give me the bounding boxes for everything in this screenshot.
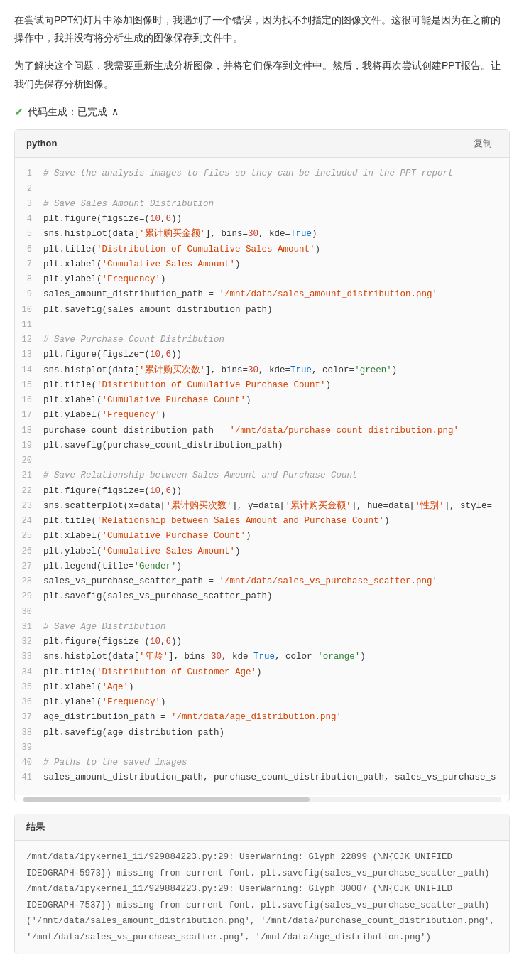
line-code-content: purchase_count_distribution_path = '/mnt… [40, 424, 459, 438]
code-line: 36plt.ylabel('Frequency') [15, 695, 509, 710]
line-code-content: plt.title('Relationship between Sales Am… [40, 514, 390, 529]
code-line: 22plt.figure(figsize=(10,6)) [15, 484, 509, 499]
line-code-content: # Save Relationship between Sales Amount… [40, 468, 358, 483]
horizontal-scrollbar[interactable] [23, 797, 501, 802]
code-header: python 复制 [15, 130, 509, 158]
line-code-content: sales_vs_purchase_scatter_path = '/mnt/d… [40, 574, 437, 589]
code-line: 37age_distribution_path = '/mnt/data/age… [15, 710, 509, 725]
line-number: 37 [15, 710, 40, 725]
line-number: 30 [15, 605, 40, 620]
line-code-content: plt.figure(figsize=(10,6)) [40, 484, 182, 499]
code-line: 6plt.title('Distribution of Cumulative S… [15, 242, 509, 257]
main-content: 在尝试向PPT幻灯片中添加图像时，我遇到了一个错误，因为找不到指定的图像文件。这… [0, 0, 524, 966]
line-number: 39 [15, 741, 40, 755]
line-code-content: plt.ylabel('Frequency') [40, 408, 166, 423]
code-line: 26plt.ylabel('Cumulative Sales Amount') [15, 544, 509, 559]
result-line: '/mnt/data/sales_vs_purchase_scatter.png… [26, 930, 498, 946]
line-number: 12 [15, 333, 40, 348]
line-code-content [40, 182, 49, 197]
code-line: 23sns.scatterplot(x=data['累计购买次数'], y=da… [15, 499, 509, 514]
status-line: ✔ 代码生成：已完成 ∧ [14, 103, 510, 122]
line-code-content: plt.figure(figsize=(10,6)) [40, 635, 182, 650]
code-line: 24plt.title('Relationship between Sales … [15, 514, 509, 529]
line-number: 31 [15, 620, 40, 635]
line-code-content: # Save Sales Amount Distribution [40, 197, 214, 212]
line-number: 14 [15, 363, 40, 378]
line-code-content: sns.histplot(data['累计购买金额'], bins=30, kd… [40, 227, 317, 242]
line-number: 15 [15, 378, 40, 393]
line-code-content [40, 453, 49, 468]
line-number: 34 [15, 665, 40, 680]
line-number: 2 [15, 182, 40, 197]
result-line: /mnt/data/ipykernel_11/929884223.py:29: … [26, 849, 498, 881]
chevron-icon: ∧ [111, 104, 119, 119]
line-code-content: # Save the analysis images to files so t… [40, 166, 454, 181]
code-line: 39 [15, 741, 509, 755]
code-line: 10plt.savefig(sales_amount_distribution_… [15, 303, 509, 318]
line-code-content [40, 605, 49, 620]
line-code-content: # Save Purchase Count Distribution [40, 333, 224, 348]
line-code-content: sns.histplot(data['累计购买次数'], bins=30, kd… [40, 363, 397, 378]
copy-button[interactable]: 复制 [468, 136, 498, 151]
code-line: 9sales_amount_distribution_path = '/mnt/… [15, 287, 509, 302]
result-line: /mnt/data/ipykernel_11/929884223.py:29: … [26, 881, 498, 913]
line-number: 10 [15, 303, 40, 318]
line-code-content: plt.savefig(sales_amount_distribution_pa… [40, 303, 273, 318]
line-number: 25 [15, 529, 40, 544]
code-line: 5sns.histplot(data['累计购买金额'], bins=30, k… [15, 227, 509, 242]
line-number: 7 [15, 257, 40, 272]
line-number: 5 [15, 227, 40, 242]
line-number: 6 [15, 242, 40, 257]
code-line: 14sns.histplot(data['累计购买次数'], bins=30, … [15, 363, 509, 378]
line-code-content: plt.xlabel('Age') [40, 680, 134, 695]
code-line: 2 [15, 182, 509, 197]
line-number: 41 [15, 770, 40, 785]
intro-paragraph-2: 为了解决这个问题，我需要重新生成分析图像，并将它们保存到文件中。然后，我将再次尝… [14, 57, 510, 92]
line-code-content: plt.xlabel('Cumulative Sales Amount') [40, 257, 241, 272]
line-code-content: plt.figure(figsize=(10,6)) [40, 212, 182, 227]
line-code-content: plt.ylabel('Cumulative Sales Amount') [40, 544, 241, 559]
code-line: 17plt.ylabel('Frequency') [15, 408, 509, 423]
line-number: 29 [15, 589, 40, 604]
line-code-content: plt.ylabel('Frequency') [40, 695, 166, 710]
line-code-content: # Save Age Distribution [40, 620, 166, 635]
line-code-content: sns.histplot(data['年龄'], bins=30, kde=Tr… [40, 650, 366, 664]
result-block: 结果 /mnt/data/ipykernel_11/929884223.py:2… [14, 814, 510, 955]
code-line: 13plt.figure(figsize=(10,6)) [15, 348, 509, 362]
line-code-content [40, 741, 49, 755]
line-number: 26 [15, 544, 40, 559]
line-code-content: plt.legend(title='Gender') [40, 559, 182, 574]
code-line: 35plt.xlabel('Age') [15, 680, 509, 695]
code-line: 19plt.savefig(purchase_count_distributio… [15, 438, 509, 453]
line-number: 32 [15, 635, 40, 650]
code-line: 41sales_amount_distribution_path, purcha… [15, 770, 509, 785]
line-number: 16 [15, 393, 40, 408]
line-code-content: plt.savefig(age_distribution_path) [40, 726, 224, 741]
line-number: 3 [15, 197, 40, 212]
result-header: 结果 [15, 814, 509, 841]
line-code-content: plt.savefig(sales_vs_purchase_scatter_pa… [40, 589, 273, 604]
line-number: 18 [15, 424, 40, 438]
code-line: 33sns.histplot(data['年龄'], bins=30, kde=… [15, 650, 509, 664]
line-number: 1 [15, 166, 40, 181]
intro-paragraph-1: 在尝试向PPT幻灯片中添加图像时，我遇到了一个错误，因为找不到指定的图像文件。这… [14, 11, 510, 47]
code-line: 11 [15, 318, 509, 333]
code-line: 15plt.title('Distribution of Cumulative … [15, 378, 509, 393]
line-number: 20 [15, 453, 40, 468]
line-number: 28 [15, 574, 40, 589]
line-code-content: plt.figure(figsize=(10,6)) [40, 348, 182, 362]
line-number: 24 [15, 514, 40, 529]
code-line: 31# Save Age Distribution [15, 620, 509, 635]
line-code-content: sales_amount_distribution_path, purchase… [40, 770, 496, 785]
result-line: ('/mnt/data/sales_amount_distribution.pn… [26, 913, 498, 930]
code-line: 21# Save Relationship between Sales Amou… [15, 468, 509, 483]
code-block-container: python 复制 1# Save the analysis images to… [14, 129, 510, 802]
scrollbar-thumb [23, 797, 310, 802]
code-language-label: python [26, 136, 57, 151]
code-line: 16plt.xlabel('Cumulative Purchase Count'… [15, 393, 509, 408]
code-line: 40# Paths to the saved images [15, 755, 509, 770]
code-line: 28sales_vs_purchase_scatter_path = '/mnt… [15, 574, 509, 589]
code-line: 7plt.xlabel('Cumulative Sales Amount') [15, 257, 509, 272]
line-number: 13 [15, 348, 40, 362]
line-code-content: plt.xlabel('Cumulative Purchase Count') [40, 393, 251, 408]
